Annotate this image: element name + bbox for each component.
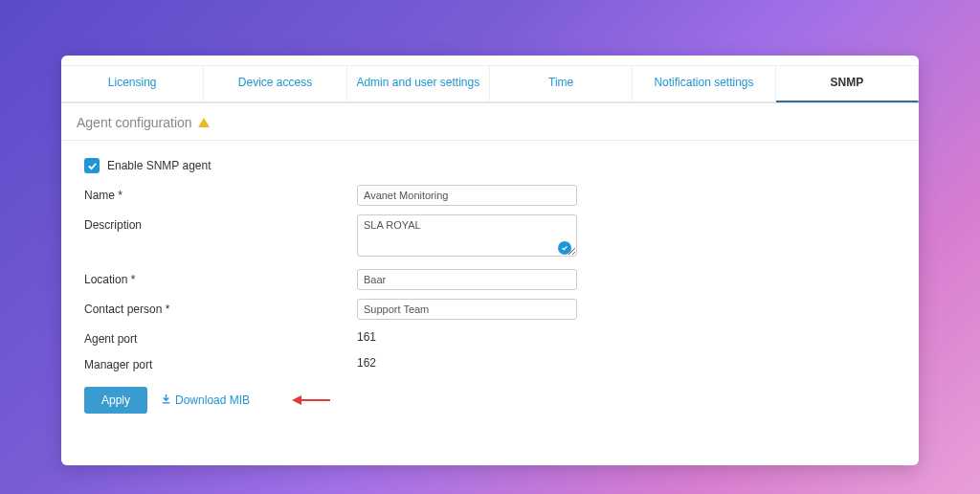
enable-snmp-checkbox[interactable]: [84, 158, 100, 173]
agent-port-label: Agent port: [84, 328, 357, 346]
tab-device-access[interactable]: Device access: [204, 65, 346, 102]
download-mib-label: Download MIB: [175, 393, 250, 407]
tab-notification-settings[interactable]: Notification settings: [633, 65, 775, 102]
manager-port-value: 162: [357, 354, 376, 370]
location-input[interactable]: [357, 269, 577, 290]
location-label: Location *: [84, 269, 357, 286]
section-header: Agent configuration: [61, 103, 919, 141]
validated-icon: [558, 241, 571, 255]
tab-licensing[interactable]: Licensing: [61, 65, 204, 102]
download-icon: [161, 393, 171, 407]
settings-panel: Licensing Device access Admin and user s…: [61, 56, 919, 465]
agent-port-value: 161: [357, 328, 376, 344]
manager-port-label: Manager port: [84, 354, 357, 371]
tab-time[interactable]: Time: [490, 65, 633, 102]
tab-snmp[interactable]: SNMP: [776, 65, 919, 102]
enable-snmp-row: Enable SNMP agent: [84, 158, 896, 173]
description-input[interactable]: [357, 214, 577, 257]
name-input[interactable]: [357, 185, 577, 206]
contact-label: Contact person *: [84, 299, 357, 316]
name-label: Name *: [84, 185, 357, 202]
svg-rect-0: [163, 402, 169, 403]
form-content: Enable SNMP agent Name * Description Loc…: [61, 141, 919, 431]
section-title: Agent configuration: [77, 115, 192, 130]
arrow-shaft: [301, 399, 330, 402]
tab-admin-user-settings[interactable]: Admin and user settings: [347, 65, 490, 102]
arrow-head-icon: [292, 395, 301, 405]
contact-input[interactable]: [357, 299, 577, 320]
enable-snmp-label: Enable SNMP agent: [107, 159, 212, 172]
arrow-annotation: [292, 395, 330, 405]
action-row: Apply Download MIB: [84, 387, 896, 414]
tab-bar: Licensing Device access Admin and user s…: [61, 65, 919, 103]
apply-button[interactable]: Apply: [84, 387, 147, 414]
warning-icon: [198, 118, 210, 127]
download-mib-link[interactable]: Download MIB: [161, 393, 250, 407]
check-icon: [87, 161, 98, 171]
description-label: Description: [84, 214, 357, 232]
